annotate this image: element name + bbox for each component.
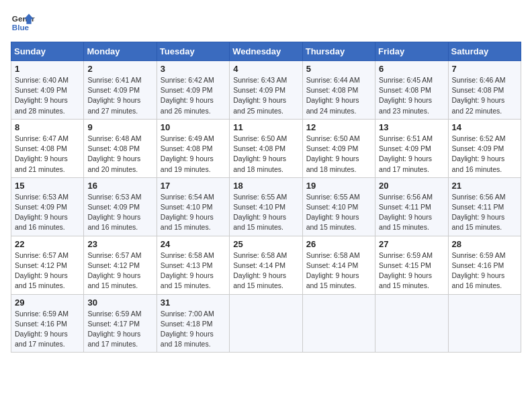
day-header-wednesday: Wednesday	[230, 42, 302, 61]
day-number: 26	[306, 239, 371, 249]
day-number: 16	[87, 181, 152, 191]
day-info: Sunrise: 6:59 AM Sunset: 4:17 PM Dayligh…	[87, 309, 152, 350]
day-number: 27	[379, 239, 444, 249]
calendar-week-1: 1Sunrise: 6:40 AM Sunset: 4:09 PM Daylig…	[11, 61, 521, 120]
calendar-cell: 17Sunrise: 6:54 AM Sunset: 4:10 PM Dayli…	[157, 177, 229, 236]
logo: General Blue	[11, 11, 35, 35]
header: General Blue	[11, 11, 521, 35]
calendar-cell: 20Sunrise: 6:56 AM Sunset: 4:11 PM Dayli…	[375, 177, 448, 236]
calendar-cell: 6Sunrise: 6:45 AM Sunset: 4:08 PM Daylig…	[375, 61, 448, 120]
calendar-cell: 10Sunrise: 6:49 AM Sunset: 4:08 PM Dayli…	[157, 119, 229, 177]
calendar-cell: 2Sunrise: 6:41 AM Sunset: 4:09 PM Daylig…	[84, 61, 157, 120]
day-number: 17	[161, 181, 226, 191]
calendar-cell: 14Sunrise: 6:52 AM Sunset: 4:09 PM Dayli…	[448, 119, 521, 177]
day-info: Sunrise: 6:52 AM Sunset: 4:09 PM Dayligh…	[452, 134, 517, 175]
calendar-week-5: 29Sunrise: 6:59 AM Sunset: 4:16 PM Dayli…	[11, 294, 521, 353]
day-info: Sunrise: 6:56 AM Sunset: 4:11 PM Dayligh…	[379, 192, 444, 233]
day-info: Sunrise: 6:50 AM Sunset: 4:09 PM Dayligh…	[306, 134, 371, 175]
day-number: 30	[87, 298, 152, 308]
day-info: Sunrise: 6:53 AM Sunset: 4:09 PM Dayligh…	[15, 192, 80, 233]
day-info: Sunrise: 6:56 AM Sunset: 4:11 PM Dayligh…	[452, 192, 517, 233]
calendar-cell: 1Sunrise: 6:40 AM Sunset: 4:09 PM Daylig…	[11, 61, 84, 120]
day-number: 7	[452, 64, 517, 74]
calendar-cell: 25Sunrise: 6:58 AM Sunset: 4:14 PM Dayli…	[230, 236, 302, 294]
calendar-body: 1Sunrise: 6:40 AM Sunset: 4:09 PM Daylig…	[11, 61, 521, 353]
day-info: Sunrise: 6:55 AM Sunset: 4:10 PM Dayligh…	[306, 192, 371, 233]
day-number: 3	[161, 64, 226, 74]
calendar-cell: 29Sunrise: 6:59 AM Sunset: 4:16 PM Dayli…	[11, 294, 84, 353]
day-info: Sunrise: 6:57 AM Sunset: 4:12 PM Dayligh…	[15, 250, 80, 291]
calendar-week-2: 8Sunrise: 6:47 AM Sunset: 4:08 PM Daylig…	[11, 119, 521, 177]
calendar-cell: 12Sunrise: 6:50 AM Sunset: 4:09 PM Dayli…	[302, 119, 375, 177]
calendar-week-4: 22Sunrise: 6:57 AM Sunset: 4:12 PM Dayli…	[11, 236, 521, 294]
day-info: Sunrise: 6:53 AM Sunset: 4:09 PM Dayligh…	[87, 192, 152, 233]
calendar-cell: 16Sunrise: 6:53 AM Sunset: 4:09 PM Dayli…	[84, 177, 157, 236]
day-info: Sunrise: 6:55 AM Sunset: 4:10 PM Dayligh…	[233, 192, 298, 233]
day-info: Sunrise: 6:50 AM Sunset: 4:08 PM Dayligh…	[233, 134, 298, 175]
day-number: 10	[161, 122, 226, 132]
day-number: 4	[233, 64, 298, 74]
day-info: Sunrise: 6:44 AM Sunset: 4:08 PM Dayligh…	[306, 75, 371, 116]
day-info: Sunrise: 6:51 AM Sunset: 4:09 PM Dayligh…	[379, 134, 444, 175]
calendar-cell: 11Sunrise: 6:50 AM Sunset: 4:08 PM Dayli…	[230, 119, 302, 177]
day-info: Sunrise: 6:58 AM Sunset: 4:14 PM Dayligh…	[306, 250, 371, 291]
day-header-thursday: Thursday	[302, 42, 375, 61]
calendar-cell: 19Sunrise: 6:55 AM Sunset: 4:10 PM Dayli…	[302, 177, 375, 236]
day-info: Sunrise: 6:54 AM Sunset: 4:10 PM Dayligh…	[161, 192, 226, 233]
day-info: Sunrise: 6:49 AM Sunset: 4:08 PM Dayligh…	[161, 134, 226, 175]
calendar-cell: 18Sunrise: 6:55 AM Sunset: 4:10 PM Dayli…	[230, 177, 302, 236]
day-info: Sunrise: 7:00 AM Sunset: 4:18 PM Dayligh…	[161, 309, 226, 350]
day-info: Sunrise: 6:47 AM Sunset: 4:08 PM Dayligh…	[15, 134, 80, 175]
calendar-cell	[375, 294, 448, 353]
day-number: 12	[306, 122, 371, 132]
day-number: 18	[233, 181, 298, 191]
day-header-monday: Monday	[84, 42, 157, 61]
calendar-cell: 22Sunrise: 6:57 AM Sunset: 4:12 PM Dayli…	[11, 236, 84, 294]
day-info: Sunrise: 6:40 AM Sunset: 4:09 PM Dayligh…	[15, 75, 80, 116]
day-number: 21	[452, 181, 517, 191]
day-number: 9	[87, 122, 152, 132]
day-header-sunday: Sunday	[11, 42, 84, 61]
day-number: 19	[306, 181, 371, 191]
day-info: Sunrise: 6:58 AM Sunset: 4:13 PM Dayligh…	[161, 250, 226, 291]
day-number: 29	[15, 298, 80, 308]
day-info: Sunrise: 6:42 AM Sunset: 4:09 PM Dayligh…	[161, 75, 226, 116]
calendar-cell	[302, 294, 375, 353]
day-info: Sunrise: 6:59 AM Sunset: 4:16 PM Dayligh…	[15, 309, 80, 350]
day-number: 14	[452, 122, 517, 132]
calendar-cell: 27Sunrise: 6:59 AM Sunset: 4:15 PM Dayli…	[375, 236, 448, 294]
calendar-cell: 24Sunrise: 6:58 AM Sunset: 4:13 PM Dayli…	[157, 236, 229, 294]
calendar-cell: 3Sunrise: 6:42 AM Sunset: 4:09 PM Daylig…	[157, 61, 229, 120]
logo-icon: General Blue	[11, 11, 35, 35]
day-info: Sunrise: 6:41 AM Sunset: 4:09 PM Dayligh…	[87, 75, 152, 116]
calendar-cell: 9Sunrise: 6:48 AM Sunset: 4:08 PM Daylig…	[84, 119, 157, 177]
day-number: 20	[379, 181, 444, 191]
day-header-friday: Friday	[375, 42, 448, 61]
day-number: 5	[306, 64, 371, 74]
day-number: 13	[379, 122, 444, 132]
day-info: Sunrise: 6:59 AM Sunset: 4:15 PM Dayligh…	[379, 250, 444, 291]
calendar-table: SundayMondayTuesdayWednesdayThursdayFrid…	[11, 42, 521, 353]
day-info: Sunrise: 6:59 AM Sunset: 4:16 PM Dayligh…	[452, 250, 517, 291]
day-info: Sunrise: 6:43 AM Sunset: 4:09 PM Dayligh…	[233, 75, 298, 116]
day-info: Sunrise: 6:48 AM Sunset: 4:08 PM Dayligh…	[87, 134, 152, 175]
day-number: 28	[452, 239, 517, 249]
day-number: 25	[233, 239, 298, 249]
calendar-cell: 21Sunrise: 6:56 AM Sunset: 4:11 PM Dayli…	[448, 177, 521, 236]
calendar-cell: 28Sunrise: 6:59 AM Sunset: 4:16 PM Dayli…	[448, 236, 521, 294]
day-number: 23	[87, 239, 152, 249]
calendar-cell: 26Sunrise: 6:58 AM Sunset: 4:14 PM Dayli…	[302, 236, 375, 294]
day-number: 15	[15, 181, 80, 191]
day-info: Sunrise: 6:57 AM Sunset: 4:12 PM Dayligh…	[87, 250, 152, 291]
calendar-cell: 15Sunrise: 6:53 AM Sunset: 4:09 PM Dayli…	[11, 177, 84, 236]
day-header-saturday: Saturday	[448, 42, 521, 61]
day-info: Sunrise: 6:46 AM Sunset: 4:08 PM Dayligh…	[452, 75, 517, 116]
day-number: 1	[15, 64, 80, 74]
calendar-cell	[230, 294, 302, 353]
day-number: 24	[161, 239, 226, 249]
calendar-header-row: SundayMondayTuesdayWednesdayThursdayFrid…	[11, 42, 521, 61]
day-info: Sunrise: 6:45 AM Sunset: 4:08 PM Dayligh…	[379, 75, 444, 116]
calendar-cell: 8Sunrise: 6:47 AM Sunset: 4:08 PM Daylig…	[11, 119, 84, 177]
calendar-cell: 30Sunrise: 6:59 AM Sunset: 4:17 PM Dayli…	[84, 294, 157, 353]
day-number: 31	[161, 298, 226, 308]
